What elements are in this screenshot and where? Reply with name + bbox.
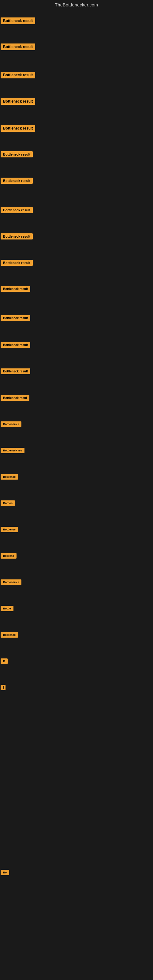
bottleneck-label: Bottleneck result bbox=[1, 18, 35, 24]
bottleneck-label-row: Bottleneck r bbox=[1, 422, 21, 428]
bottleneck-label: Bottleneck result bbox=[1, 178, 33, 184]
bottleneck-label: Bottleneck result bbox=[1, 260, 33, 266]
bottleneck-label: Bottlenec bbox=[1, 632, 18, 638]
bottleneck-label-row: Bottleneck result bbox=[1, 315, 30, 322]
bottleneck-label-row: Bottleneck result bbox=[1, 207, 33, 215]
bottleneck-label: Bottleneck r bbox=[1, 422, 21, 427]
bottleneck-label: B bbox=[1, 659, 8, 664]
bottleneck-label: Bottlene bbox=[1, 553, 16, 558]
bottleneck-label: Bottleneck r bbox=[1, 579, 21, 585]
bottleneck-label: Bottleneck result bbox=[1, 315, 30, 321]
bottleneck-label-row: Bottlenec bbox=[1, 527, 18, 533]
bottleneck-label-row: Bottlene bbox=[1, 553, 16, 560]
bottleneck-label: Bottleneck result bbox=[1, 43, 35, 50]
bottleneck-label: Bottleneck result bbox=[1, 342, 30, 348]
bottleneck-label: Bo bbox=[1, 870, 9, 875]
bottleneck-label: Bottleneck result bbox=[1, 98, 35, 105]
bottleneck-label: Bottleneck result bbox=[1, 286, 30, 292]
bottleneck-label-row: Bo bbox=[1, 870, 9, 877]
bottleneck-label: Bottlen bbox=[1, 500, 15, 506]
bottleneck-label: Bottleneck result bbox=[1, 368, 30, 374]
bottleneck-label-row: Bottleneck resul bbox=[1, 395, 29, 402]
bottleneck-label: Bottleneck result bbox=[1, 233, 33, 240]
bottleneck-label-row: Bottleneck result bbox=[1, 342, 30, 349]
bottleneck-label: Bottlenec bbox=[1, 527, 18, 532]
bottleneck-label-row: Bottleneck result bbox=[1, 286, 30, 293]
bottleneck-label: Bottle bbox=[1, 606, 13, 611]
bottleneck-label-row: | bbox=[1, 685, 5, 692]
bottleneck-label: Bottlenec bbox=[1, 474, 18, 480]
bottleneck-label-row: Bottleneck result bbox=[1, 72, 35, 80]
bottleneck-label-row: Bottleneck result bbox=[1, 178, 33, 185]
bottleneck-label: | bbox=[1, 685, 5, 690]
bottleneck-label: Bottleneck result bbox=[1, 72, 35, 78]
bottleneck-label-row: Bottleneck result bbox=[1, 260, 33, 267]
bottleneck-label-row: Bottleneck result bbox=[1, 368, 30, 375]
bottleneck-label: Bottleneck resul bbox=[1, 395, 29, 401]
bottleneck-label-row: Bottlenec bbox=[1, 632, 18, 639]
bottleneck-label: Bottleneck result bbox=[1, 125, 35, 132]
site-title: TheBottlenecker.com bbox=[0, 0, 153, 10]
bottleneck-label-row: Bottlen bbox=[1, 500, 15, 507]
bottleneck-label-row: Bottleneck res bbox=[1, 448, 24, 455]
bottleneck-label-row: Bottleneck result bbox=[1, 18, 35, 25]
bottleneck-label-row: Bottleneck result bbox=[1, 151, 33, 159]
bottleneck-label: Bottleneck res bbox=[1, 448, 24, 453]
bottleneck-label-row: B bbox=[1, 659, 8, 665]
bottleneck-label-row: Bottleneck result bbox=[1, 233, 33, 241]
bottleneck-label-row: Bottleneck result bbox=[1, 43, 35, 51]
bottleneck-label-row: Bottlenec bbox=[1, 474, 18, 481]
bottleneck-label-row: Bottleneck result bbox=[1, 98, 35, 106]
bottleneck-label: Bottleneck result bbox=[1, 151, 33, 158]
bottleneck-label-row: Bottleneck r bbox=[1, 579, 21, 586]
bottleneck-label: Bottleneck result bbox=[1, 207, 33, 213]
bottleneck-label-row: Bottle bbox=[1, 606, 13, 612]
bottleneck-label-row: Bottleneck result bbox=[1, 125, 35, 133]
